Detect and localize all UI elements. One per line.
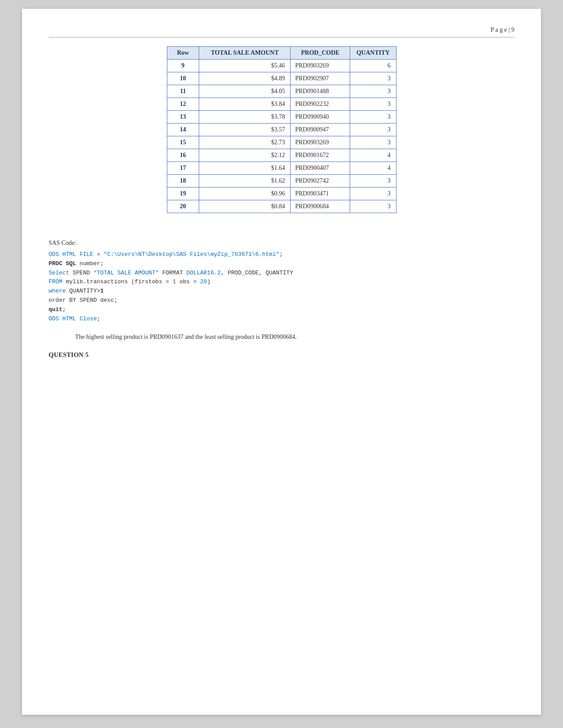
cell-amount: $0.96 [199, 188, 291, 200]
cell-row-num: 13 [167, 111, 199, 124]
cell-quantity: 3 [350, 124, 396, 136]
table-row: 12 $3.84 PRD0902232 3 [167, 98, 396, 111]
cell-quantity: 3 [350, 188, 396, 200]
cell-amount: $2.12 [199, 149, 291, 162]
cell-amount: $3.84 [199, 98, 291, 111]
question-heading: QUESTION 5 [49, 351, 514, 359]
cell-amount: $0.84 [199, 200, 291, 213]
cell-quantity: 4 [350, 162, 396, 175]
cell-prod-code: PRD0900940 [291, 111, 350, 124]
data-table-container: Row TOTAL SALE AMOUNT PROD_CODE QUANTITY… [49, 46, 514, 213]
cell-quantity: 3 [350, 175, 396, 188]
cell-amount: $1.64 [199, 162, 291, 175]
cell-amount: $4.05 [199, 85, 291, 98]
table-row: 20 $0.84 PRD0900684 3 [167, 200, 396, 213]
cell-row-num: 19 [167, 188, 199, 200]
cell-amount: $3.78 [199, 111, 291, 124]
description-text: The highest selling product is PRD090163… [75, 332, 514, 342]
cell-prod-code: PRD0900947 [291, 124, 350, 136]
cell-amount: $3.57 [199, 124, 291, 136]
cell-row-num: 15 [167, 136, 199, 149]
cell-prod-code: PRD0903269 [291, 60, 350, 72]
cell-amount: $4.89 [199, 72, 291, 85]
col-header-row: Row [167, 47, 199, 60]
sales-table: Row TOTAL SALE AMOUNT PROD_CODE QUANTITY… [167, 46, 397, 213]
cell-prod-code: PRD0901488 [291, 85, 350, 98]
table-row: 16 $2.12 PRD0901672 4 [167, 149, 396, 162]
table-row: 18 $1.62 PRD0902742 3 [167, 175, 396, 188]
table-row: 13 $3.78 PRD0900940 3 [167, 111, 396, 124]
table-row: 11 $4.05 PRD0901488 3 [167, 85, 396, 98]
cell-quantity: 6 [350, 60, 396, 72]
cell-row-num: 18 [167, 175, 199, 188]
cell-amount: $5.46 [199, 60, 291, 72]
cell-amount: $1.62 [199, 175, 291, 188]
cell-prod-code: PRD0902742 [291, 175, 350, 188]
cell-quantity: 3 [350, 200, 396, 213]
cell-prod-code: PRD0902907 [291, 72, 350, 85]
sas-code-block: ODS HTML FILE = "C:\Users\NT\Desktop\SAS… [49, 250, 514, 323]
cell-prod-code: PRD0901672 [291, 149, 350, 162]
table-row: 17 $1.64 PRD0900407 4 [167, 162, 396, 175]
cell-quantity: 3 [350, 98, 396, 111]
cell-row-num: 17 [167, 162, 199, 175]
cell-prod-code: PRD0900407 [291, 162, 350, 175]
table-row: 15 $2.73 PRD0903269 3 [167, 136, 396, 149]
cell-row-num: 20 [167, 200, 199, 213]
cell-quantity: 3 [350, 85, 396, 98]
col-header-quantity: QUANTITY [350, 47, 396, 60]
cell-amount: $2.73 [199, 136, 291, 149]
cell-row-num: 10 [167, 72, 199, 85]
cell-row-num: 9 [167, 60, 199, 72]
cell-row-num: 11 [167, 85, 199, 98]
cell-quantity: 4 [350, 149, 396, 162]
cell-row-num: 16 [167, 149, 199, 162]
table-row: 9 $5.46 PRD0903269 6 [167, 60, 396, 72]
sas-label: SAS Code: [49, 240, 514, 247]
cell-quantity: 3 [350, 72, 396, 85]
cell-prod-code: PRD0903269 [291, 136, 350, 149]
cell-row-num: 14 [167, 124, 199, 136]
cell-quantity: 3 [350, 111, 396, 124]
cell-prod-code: PRD0900684 [291, 200, 350, 213]
table-row: 14 $3.57 PRD0900947 3 [167, 124, 396, 136]
page-number: P a g e | 9 [49, 26, 514, 38]
cell-prod-code: PRD0902232 [291, 98, 350, 111]
cell-prod-code: PRD0903471 [291, 188, 350, 200]
col-header-prod-code: PROD_CODE [291, 47, 350, 60]
table-row: 19 $0.96 PRD0903471 3 [167, 188, 396, 200]
cell-quantity: 3 [350, 136, 396, 149]
cell-row-num: 12 [167, 98, 199, 111]
page: P a g e | 9 Row TOTAL SALE AMOUNT PROD_C… [22, 9, 541, 715]
table-row: 10 $4.89 PRD0902907 3 [167, 72, 396, 85]
col-header-total-sale: TOTAL SALE AMOUNT [199, 47, 291, 60]
